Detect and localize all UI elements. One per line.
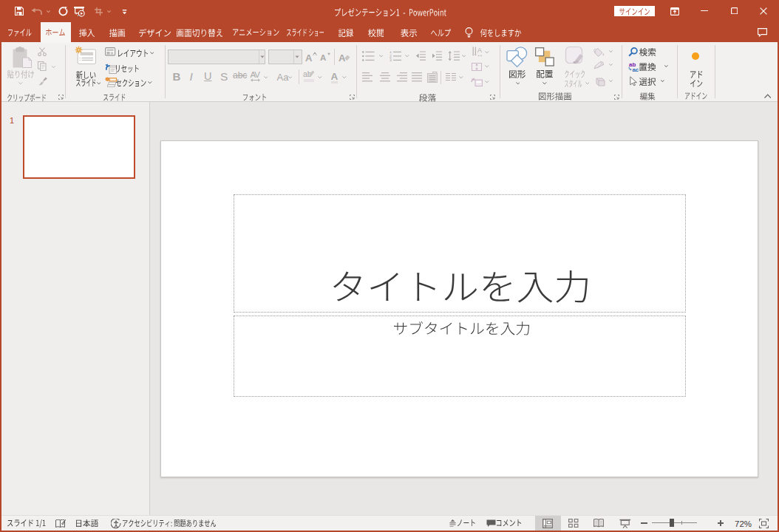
svg-text:ac: ac <box>632 66 639 71</box>
svg-text:A: A <box>477 47 482 54</box>
svg-text:3: 3 <box>390 58 392 61</box>
